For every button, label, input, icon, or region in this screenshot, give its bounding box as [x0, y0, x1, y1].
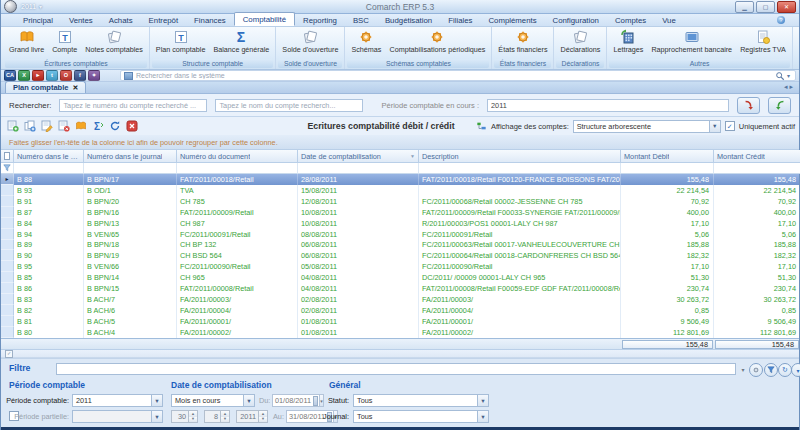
- menu-tab-complements[interactable]: Compléments: [480, 14, 544, 26]
- row-selector[interactable]: [1, 229, 14, 240]
- table-row[interactable]: B 93B OD/1TVA15/08/201122 214,5422 214,5…: [1, 185, 799, 196]
- duplicate-icon[interactable]: [22, 119, 37, 134]
- minimize-button[interactable]: ▁: [735, 1, 754, 13]
- table-row[interactable]: B 81B ACH/5FA/2011/00001/01/08/2011FA/20…: [1, 316, 799, 327]
- tab-scroll-right-icon[interactable]: ▸: [789, 83, 795, 90]
- row-selector[interactable]: [1, 218, 14, 229]
- year-spinner[interactable]: 2011 ▲▼: [236, 410, 268, 423]
- spin-down-icon[interactable]: ▼: [189, 417, 197, 423]
- close-tab-icon[interactable]: ✕: [72, 84, 78, 92]
- cancel-arrow-button[interactable]: [737, 97, 760, 114]
- ribbon-button-registres-tva[interactable]: Registres TVA: [736, 28, 790, 54]
- table-row[interactable]: B 90B BPN/19CH BSD 56406/08/2011FC/2011/…: [1, 250, 799, 261]
- filter-cell[interactable]: [714, 163, 800, 174]
- settings-icon[interactable]: [749, 363, 763, 377]
- filter-icon[interactable]: [764, 363, 778, 377]
- row-selector[interactable]: [1, 261, 14, 272]
- row-selector[interactable]: [1, 327, 14, 338]
- row-selector[interactable]: [1, 207, 14, 218]
- ribbon-button-lettrages[interactable]: Lettrages: [609, 28, 647, 54]
- row-selector[interactable]: [1, 283, 14, 294]
- header-numero-du-document[interactable]: Numéro du document: [177, 150, 298, 163]
- row-selector[interactable]: [1, 250, 14, 261]
- account-number-input[interactable]: [59, 99, 207, 112]
- ledger-icon[interactable]: [73, 119, 88, 134]
- table-row[interactable]: B 82B ACH/6FA/2011/00004/02/08/2011FA/20…: [1, 305, 799, 316]
- header-montant-debit[interactable]: Montant Débit: [621, 150, 714, 163]
- edit-icon[interactable]: [39, 119, 54, 134]
- ribbon-button-solde-d-ouverture[interactable]: Solde d'ouverture: [278, 28, 342, 54]
- journal-select[interactable]: Tous▼: [353, 410, 489, 423]
- filter-cell[interactable]: [84, 163, 177, 174]
- quick-access-toolbar[interactable]: 2011 ▾: [21, 3, 42, 10]
- menu-tab-configuration[interactable]: Configuration: [545, 14, 607, 26]
- chevron-down-icon[interactable]: ▾: [39, 3, 42, 10]
- ribbon-button-comptabilisations-periodiques[interactable]: Comptabilisations périodiques: [385, 28, 489, 54]
- row-selector[interactable]: [1, 272, 14, 283]
- tab-plan-comptable[interactable]: Plan comptable ✕: [5, 81, 86, 93]
- group-by-bar[interactable]: Faites glisser l'en-tête de la colonne i…: [1, 135, 799, 150]
- row-selector[interactable]: [1, 294, 14, 305]
- header-select-all[interactable]: [1, 150, 14, 163]
- table-row[interactable]: B 86B BPN/15FAT/2011/00008/Retail04/08/2…: [1, 283, 799, 294]
- close-button[interactable]: ✕: [777, 1, 796, 13]
- ribbon-button-declarations[interactable]: Déclarations: [556, 28, 604, 54]
- spin-down-icon[interactable]: ▼: [221, 417, 229, 423]
- table-row[interactable]: B 84B BPN/13CH 98710/08/2011R/2011/00003…: [1, 218, 799, 229]
- table-row[interactable]: ▸B 88B BPN/17FAT/2011/00018/Retail28/08/…: [1, 174, 799, 185]
- spin-down-icon[interactable]: ▼: [259, 417, 267, 423]
- menu-tab-ventes[interactable]: Ventes: [61, 14, 101, 26]
- menu-tab-reporting[interactable]: Reporting: [295, 14, 345, 26]
- filter-cell[interactable]: [14, 163, 84, 174]
- collapse-panel-icon[interactable]: ▾: [791, 363, 800, 377]
- menu-tab-comptabilite[interactable]: Comptabilité: [234, 12, 295, 26]
- table-row[interactable]: B 95B VEN/66FC/2011/00090/Retail05/08/20…: [1, 261, 799, 272]
- header-numero-dans-le-grand-li[interactable]: Numéro dans le Grand li...: [14, 150, 84, 163]
- ribbon-button-rapprochement-bancaire[interactable]: Rapprochement bancaire: [647, 28, 736, 54]
- date-from-input[interactable]: 01/08/2011▾: [272, 394, 324, 407]
- filter-cell[interactable]: [419, 163, 621, 174]
- ribbon-button-compte[interactable]: TCompte: [48, 28, 81, 54]
- filter-row-icon-cell[interactable]: [1, 163, 14, 174]
- filter-expression-input[interactable]: [56, 363, 736, 375]
- menu-tab-comptes[interactable]: Comptes: [607, 14, 654, 26]
- menu-tab-vue[interactable]: Vue: [654, 14, 684, 26]
- table-row[interactable]: B 89B BPN/18CH BP 13206/08/2011FC/2011/0…: [1, 240, 799, 251]
- statut-select[interactable]: Tous▼: [353, 394, 489, 407]
- facebook-icon[interactable]: f: [74, 70, 86, 81]
- account-name-input[interactable]: [215, 99, 363, 112]
- youtube-icon[interactable]: ►: [32, 70, 44, 81]
- ribbon-button-plan-comptable[interactable]: TPlan comptable: [152, 28, 210, 54]
- table-row[interactable]: B 80B ACH/4FA/2011/00002/01/08/2011FA/20…: [1, 327, 799, 338]
- partial-period-select[interactable]: ▼: [72, 410, 163, 423]
- table-row[interactable]: B 91B BPN/20CH 78512/08/2011FC/2011/0006…: [1, 196, 799, 207]
- table-row[interactable]: B 94B VEN/65FC/2011/00091/Retail08/08/20…: [1, 229, 799, 240]
- day-spinner[interactable]: 30 ▲▼: [171, 410, 198, 423]
- period-select[interactable]: 2011▼: [72, 394, 163, 407]
- filter-cell[interactable]: [298, 163, 419, 174]
- ribbon-button-notes-comptables[interactable]: Notes comptables: [81, 28, 147, 54]
- row-selector[interactable]: [1, 240, 14, 251]
- row-selector[interactable]: [1, 196, 14, 207]
- excel-icon[interactable]: X: [18, 70, 30, 81]
- apply-filter-icon[interactable]: ↻: [778, 363, 792, 377]
- menu-tab-entrepot[interactable]: Entrepôt: [141, 14, 186, 26]
- menu-tab-bsc[interactable]: BSC: [345, 14, 377, 26]
- row-selector[interactable]: ▸: [1, 174, 14, 185]
- table-row[interactable]: B 85B BPN/14CH 96504/08/2011DC/2011/ /00…: [1, 272, 799, 283]
- header-numero-dans-le-journal[interactable]: Numéro dans le journal: [84, 150, 177, 163]
- system-search-input[interactable]: [136, 72, 770, 80]
- search-icon[interactable]: [775, 71, 785, 81]
- app-logo-icon[interactable]: [4, 0, 17, 13]
- date-mode-select[interactable]: Mois en cours▼: [171, 394, 255, 407]
- filter-cell[interactable]: [621, 163, 714, 174]
- ribbon-button-balance-generale[interactable]: ΣBalance générale: [209, 28, 273, 54]
- ribbon-button-schemas[interactable]: Schémas: [347, 28, 385, 54]
- month-spinner[interactable]: 8 ▲▼: [204, 410, 230, 423]
- header-description[interactable]: Description: [419, 150, 621, 163]
- delete-icon[interactable]: [56, 119, 71, 134]
- table-row[interactable]: B 83B ACH/7FA/2011/00003/02/08/2011FA/20…: [1, 294, 799, 305]
- table-row[interactable]: B 87B BPN/16FAT/2011/00009/Retail10/08/2…: [1, 207, 799, 218]
- refresh-icon[interactable]: [107, 119, 122, 134]
- filter-cell[interactable]: [177, 163, 298, 174]
